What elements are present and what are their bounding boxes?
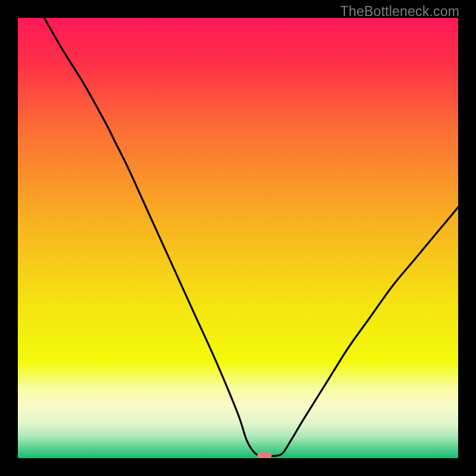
chart-frame: TheBottleneck.com [0,0,476,476]
bottleneck-chart [18,18,458,458]
watermark-text: TheBottleneck.com [340,4,459,20]
minimum-marker [257,452,271,458]
